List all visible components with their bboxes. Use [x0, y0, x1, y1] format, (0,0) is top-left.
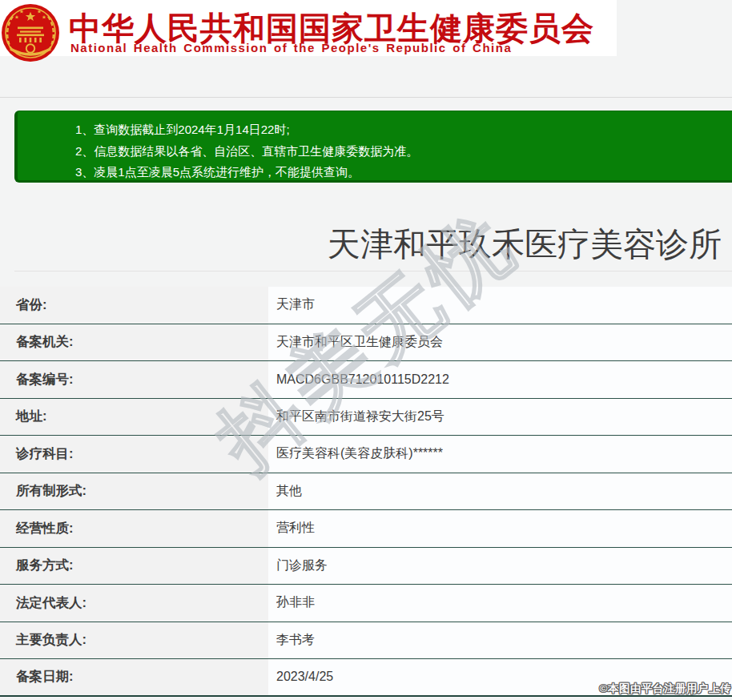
- field-label: 省份:: [0, 287, 268, 324]
- upload-copyright-badge: ©本图由平台注册用户上传: [600, 682, 731, 696]
- notice-box: 1、查询数据截止到2024年1月14日22时; 2、信息数据结果以各省、自治区、…: [14, 111, 732, 183]
- field-label: 法定代表人:: [0, 585, 268, 622]
- field-value: 其他: [268, 473, 732, 510]
- institution-info-table: 省份: 天津市 备案机关: 天津市和平区卫生健康委员会 备案编号: MACD6G…: [0, 287, 732, 697]
- field-value: 天津市和平区卫生健康委员会: [268, 324, 732, 361]
- field-value: 天津市: [268, 287, 732, 324]
- field-label: 备案编号:: [0, 361, 268, 398]
- field-label: 备案机关:: [0, 324, 268, 361]
- field-value: MACD6GBB712010115D2212: [268, 361, 732, 398]
- table-row-filing-authority: 备案机关: 天津市和平区卫生健康委员会: [0, 324, 732, 362]
- field-label: 所有制形式:: [0, 473, 268, 510]
- field-label: 诊疗科目:: [0, 436, 268, 473]
- table-row-province: 省份: 天津市: [0, 287, 732, 324]
- notice-item-1: 1、查询数据截止到2024年1月14日22时;: [75, 119, 732, 141]
- field-value: 李书考: [268, 622, 732, 659]
- header-divider: [0, 97, 732, 98]
- notice-list: 1、查询数据截止到2024年1月14日22时; 2、信息数据结果以各省、自治区、…: [18, 111, 732, 183]
- prc-national-emblem-icon: [0, 2, 61, 62]
- table-row-business-nature: 经营性质: 营利性: [0, 510, 732, 548]
- field-label: 主要负责人:: [0, 622, 268, 659]
- notice-item-2: 2、信息数据结果以各省、自治区、直辖市卫生健康委数据为准。: [75, 141, 732, 163]
- table-row-service-mode: 服务方式: 门诊服务: [0, 548, 732, 585]
- title-divider: [14, 271, 732, 272]
- field-value: 门诊服务: [268, 548, 732, 585]
- field-value: 营利性: [268, 510, 732, 547]
- field-label: 服务方式:: [0, 548, 268, 585]
- table-row-filing-number: 备案编号: MACD6GBB712010115D2212: [0, 361, 732, 399]
- field-label: 地址:: [0, 399, 268, 436]
- field-value: 医疗美容科(美容皮肤科)******: [268, 436, 732, 473]
- notice-item-3: 3、凌晨1点至凌晨5点系统进行维护，不能提供查询。: [75, 162, 732, 183]
- table-row-address: 地址: 和平区南市街道禄安大街25号: [0, 399, 732, 436]
- site-title-english: National Health Commission of the People…: [70, 41, 512, 54]
- table-row-clinical-subjects: 诊疗科目: 医疗美容科(美容皮肤科)******: [0, 436, 732, 473]
- table-row-legal-representative: 法定代表人: 孙非非: [0, 585, 732, 622]
- field-label: 经营性质:: [0, 510, 268, 547]
- field-label: 备案日期:: [0, 659, 268, 695]
- field-value: 和平区南市街道禄安大街25号: [268, 399, 732, 436]
- field-value: 孙非非: [268, 585, 732, 622]
- table-row-ownership: 所有制形式: 其他: [0, 473, 732, 511]
- table-row-principal: 主要负责人: 李书考: [0, 622, 732, 660]
- institution-name-title: 天津和平玖禾医疗美容诊所: [328, 223, 722, 267]
